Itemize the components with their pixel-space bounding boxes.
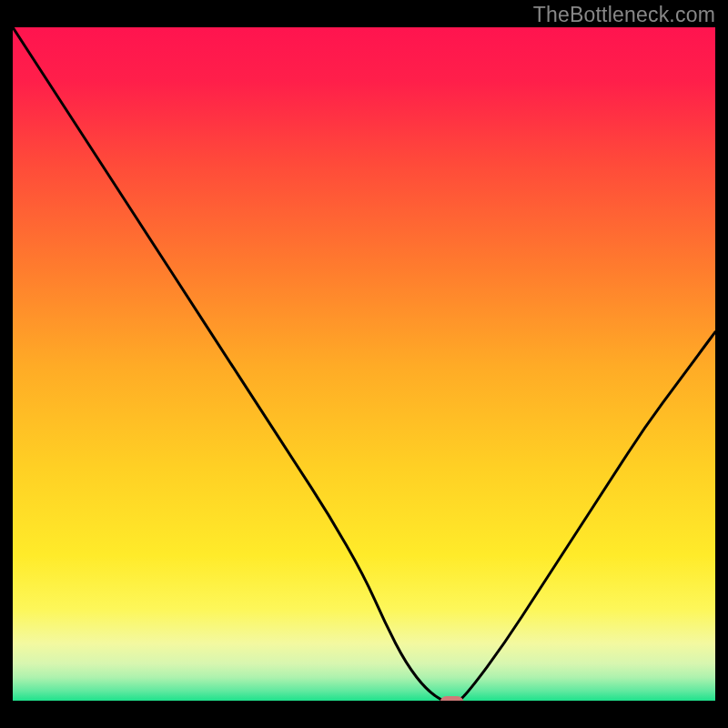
bottleneck-chart bbox=[13, 27, 715, 704]
chart-frame bbox=[13, 27, 715, 715]
watermark-text: TheBottleneck.com bbox=[533, 3, 715, 27]
gradient-background bbox=[13, 27, 715, 704]
baseline bbox=[13, 701, 715, 704]
